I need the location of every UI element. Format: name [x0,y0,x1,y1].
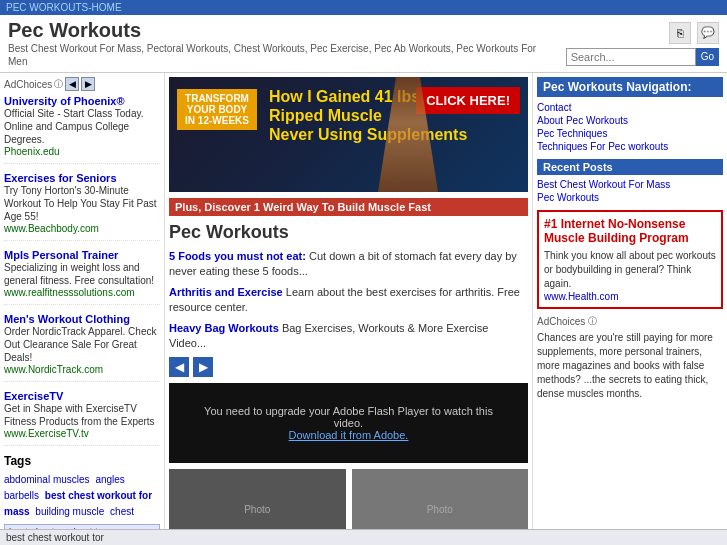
video-placeholder: You need to upgrade your Adobe Flash Pla… [169,383,528,463]
right-ad-text: Chances are you're still paying for more… [537,331,723,401]
bottom-bar: best chest workout tor [0,529,727,545]
content-nav-arrows: ◀ ▶ [169,357,528,377]
sidebar-ad-url-3: www.NordicTrack.com [4,364,160,375]
right-ad-choices-icon: ⓘ [588,315,597,328]
banner-line3: Never Using Supplements [269,126,467,143]
tag-angles[interactable]: angles [95,474,124,485]
search-input[interactable] [566,48,696,66]
header-icons: ⎘ 💬 [669,22,719,44]
bottom-bar-text: best chest workout tor [6,532,104,543]
sidebar-ad-title-3[interactable]: Men's Workout Clothing [4,313,160,325]
header-right: ⎘ 💬 Go [566,22,719,66]
nav-item-contact[interactable]: Contact [537,101,723,114]
sidebar-ad-url-4: www.ExerciseTV.tv [4,428,160,439]
muscle-building-box: #1 Internet No-Nonsense Muscle Building … [537,210,723,309]
sidebar-ad-1: Exercises for Seniors Try Tony Horton's … [4,172,160,241]
sidebar-ad-desc-0: Official Site - Start Class Today. Onlin… [4,107,160,146]
center-content: TRANSFORM YOUR BODY IN 12-WEEKS How I Ga… [165,73,532,545]
tag-abdominal[interactable]: abdominal muscles [4,474,90,485]
sidebar-ad-2: Mpls Personal Trainer Specializing in we… [4,249,160,305]
content-link-anchor-1[interactable]: Arthritis and Exercise [169,286,283,298]
banner-line2: Ripped Muscle [269,107,382,124]
muscle-box-title: #1 Internet No-Nonsense Muscle Building … [544,217,716,245]
content-link-2: Heavy Bag Workouts Bag Exercises, Workou… [169,321,528,352]
ad-prev-btn[interactable]: ◀ [65,77,79,91]
muscle-box-text: Think you know all about pec workouts or… [544,249,716,291]
video-download-link[interactable]: Download it from Adobe. [289,429,409,441]
content-prev-btn[interactable]: ◀ [169,357,189,377]
ad-choices-label: AdChoices [4,79,52,90]
sidebar-ad-url-2: www.realfitnesssolutions.com [4,287,160,298]
tag-chest[interactable]: chest [110,506,134,517]
right-ad-choices-label: AdChoices [537,316,585,327]
content-link-1: Arthritis and Exercise Learn about the b… [169,285,528,316]
comment-icon[interactable]: 💬 [697,22,719,44]
tag-mass[interactable]: mass [4,506,30,517]
video-msg: You need to upgrade your Adobe Flash Pla… [189,405,508,429]
tags-title: Tags [4,454,160,468]
nav-item-about[interactable]: About Pec Workouts [537,114,723,127]
top-nav-bar: PEC WORKOUTS-HOME [0,0,727,15]
content-next-btn[interactable]: ▶ [193,357,213,377]
page-content-title: Pec Workouts [169,222,528,243]
content-link-anchor-2[interactable]: Heavy Bag Workouts [169,322,279,334]
sidebar-ad-title-0[interactable]: University of Phoenix® [4,95,160,107]
sidebar-ad-4: ExerciseTV Get in Shape with ExerciseTV … [4,390,160,446]
recent-post-1[interactable]: Pec Workouts [537,191,723,204]
recent-post-0[interactable]: Best Chest Workout For Mass [537,178,723,191]
muscle-box-link[interactable]: www.Health.com [544,291,716,302]
sidebar-ad-url-1: www.Beachbody.com [4,223,160,234]
sidebar-ad-3: Men's Workout Clothing Order NordicTrack… [4,313,160,382]
sidebar-ad-desc-1: Try Tony Horton's 30-Minute Workout To H… [4,184,160,223]
image-placeholder-label-1: Photo [427,504,453,515]
sidebar-ad-0: University of Phoenix® Official Site - S… [4,95,160,164]
sidebar-ad-desc-2: Specializing in weight loss and general … [4,261,160,287]
sidebar-ad-url-0: Phoenix.edu [4,146,160,157]
search-box: Go [566,48,719,66]
header-left: Pec Workouts Best Chest Workout For Mass… [8,19,558,68]
search-button[interactable]: Go [696,48,719,66]
plus-bar: Plus, Discover 1 Weird Way To Build Musc… [169,198,528,216]
banner-area[interactable]: TRANSFORM YOUR BODY IN 12-WEEKS How I Ga… [169,77,528,192]
banner-transform-text[interactable]: TRANSFORM YOUR BODY IN 12-WEEKS [177,89,257,130]
nav-box-title: Pec Workouts Navigation: [537,77,723,97]
nav-item-techniques2[interactable]: Techniques For Pec workouts [537,140,723,153]
tags-section: Tags abdominal muscles angles barbells b… [4,454,160,520]
left-sidebar: AdChoices ⓘ ◀ ▶ University of Phoenix® O… [0,73,165,545]
main-layout: AdChoices ⓘ ◀ ▶ University of Phoenix® O… [0,73,727,545]
site-subtitle: Best Chest Workout For Mass, Pectoral Wo… [8,42,558,68]
rss-icon[interactable]: ⎘ [669,22,691,44]
tag-best-chest[interactable]: best chest workout for [45,490,152,501]
tag-barbells[interactable]: barbells [4,490,39,501]
ad-choices-icon: ⓘ [54,78,63,91]
sidebar-ad-title-1[interactable]: Exercises for Seniors [4,172,160,184]
content-link-0: 5 Foods you must not eat: Cut down a bit… [169,249,528,280]
sidebar-ad-title-2[interactable]: Mpls Personal Trainer [4,249,160,261]
right-ad-choices-bar: AdChoices ⓘ [537,315,723,328]
ad-choices-bar: AdChoices ⓘ ◀ ▶ [4,77,160,91]
sidebar-ad-title-4[interactable]: ExerciseTV [4,390,160,402]
site-header: Pec Workouts Best Chest Workout For Mass… [0,15,727,73]
image-placeholder-label-0: Photo [244,504,270,515]
tags-links: abdominal muscles angles barbells best c… [4,472,160,520]
breadcrumb[interactable]: PEC WORKOUTS-HOME [6,2,122,13]
nav-items: Contact About Pec Workouts Pec Technique… [537,101,723,153]
banner-click-here-button[interactable]: CLICK HERE! [416,87,520,114]
sidebar-ad-desc-3: Order NordicTrack Apparel. Check Out Cle… [4,325,160,364]
sidebar-ad-desc-4: Get in Shape with ExerciseTV Fitness Pro… [4,402,160,428]
content-link-anchor-0[interactable]: 5 Foods you must not eat: [169,250,306,262]
ad-next-btn[interactable]: ▶ [81,77,95,91]
right-sidebar: Pec Workouts Navigation: Contact About P… [532,73,727,545]
tag-building[interactable]: building muscle [35,506,104,517]
site-title: Pec Workouts [8,19,558,42]
recent-posts-title: Recent Posts [537,159,723,175]
nav-item-techniques[interactable]: Pec Techniques [537,127,723,140]
